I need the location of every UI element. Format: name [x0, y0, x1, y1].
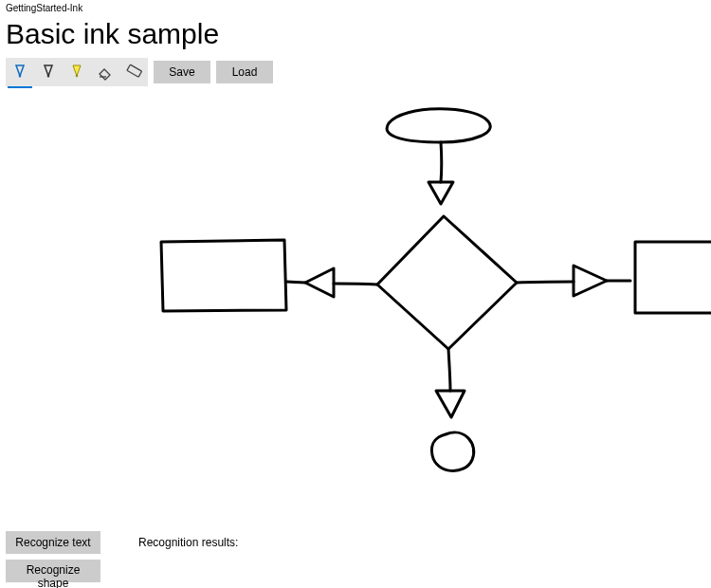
window-title: GettingStarted-Ink — [0, 0, 711, 16]
recognize-text-button[interactable]: Recognize text — [6, 531, 100, 554]
svg-point-3 — [47, 75, 50, 78]
svg-point-1 — [19, 75, 22, 78]
pen-highlighter[interactable] — [63, 58, 91, 86]
recognition-results-label: Recognition results: — [138, 536, 238, 549]
ink-canvas[interactable] — [0, 95, 711, 522]
svg-marker-2 — [45, 65, 52, 76]
pen-ballpoint[interactable] — [6, 58, 34, 86]
load-button[interactable]: Load — [216, 61, 273, 83]
ruler-tool[interactable] — [119, 58, 148, 86]
pen-nib-icon — [12, 64, 27, 81]
pen-nib-icon — [41, 64, 56, 81]
svg-marker-6 — [100, 69, 110, 80]
svg-rect-8 — [127, 64, 142, 77]
recognize-shape-button[interactable]: Recognize shape — [6, 560, 100, 582]
svg-marker-4 — [73, 65, 81, 76]
recognition-panel: Recognize text Recognition results: Reco… — [6, 525, 238, 582]
ink-toolbar — [6, 58, 148, 86]
svg-marker-0 — [16, 65, 24, 76]
eraser-tool[interactable] — [91, 58, 119, 86]
toolbar: Save Load — [0, 58, 711, 86]
ink-strokes — [0, 95, 711, 522]
highlighter-icon — [69, 64, 84, 81]
save-button[interactable]: Save — [154, 61, 210, 83]
pen-pencil[interactable] — [34, 58, 63, 86]
eraser-icon — [97, 64, 114, 81]
ruler-icon — [125, 64, 142, 81]
page-title: Basic ink sample — [0, 16, 711, 58]
svg-point-5 — [76, 75, 79, 78]
